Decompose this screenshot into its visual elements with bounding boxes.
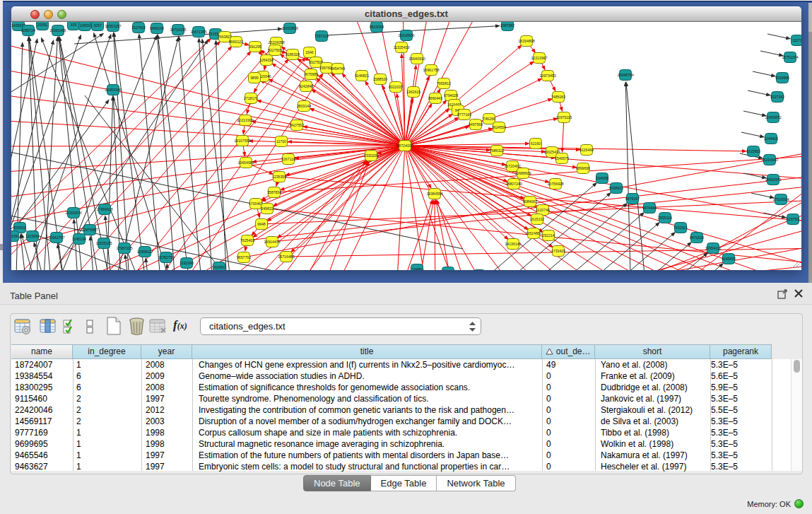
svg-text:8660123: 8660123 [229,40,243,44]
svg-text:17359928: 17359928 [96,207,112,211]
svg-text:9227342: 9227342 [770,95,784,99]
svg-text:9115460: 9115460 [579,148,594,152]
svg-text:16671355: 16671355 [190,30,206,34]
svg-text:391295: 391295 [249,45,261,49]
svg-text:10719155: 10719155 [170,28,186,32]
svg-text:1115682: 1115682 [25,234,40,238]
svg-text:1145134: 1145134 [72,237,86,241]
svg-text:3267110: 3267110 [281,157,295,161]
svg-text:8990443: 8990443 [428,96,442,100]
svg-text:12213309: 12213309 [237,118,253,122]
svg-text:7485063: 7485063 [551,95,565,99]
svg-text:105: 105 [71,23,77,27]
svg-text:16489: 16489 [412,267,423,270]
svg-text:8186328: 8186328 [286,52,300,57]
svg-text:1244415: 1244415 [764,136,778,141]
svg-text:2055724: 2055724 [21,28,35,33]
svg-text:3624554: 3624554 [492,125,506,129]
svg-text:9327505: 9327505 [268,48,282,52]
svg-text:10756928: 10756928 [547,182,563,186]
svg-text:9474444: 9474444 [642,206,657,210]
svg-text:20053346: 20053346 [105,88,121,92]
svg-text:7625402: 7625402 [240,238,254,243]
svg-text:9084067: 9084067 [523,199,537,204]
svg-text:6899695: 6899695 [576,166,590,170]
svg-text:1588520: 1588520 [373,77,387,81]
svg-text:10653: 10653 [80,23,90,28]
svg-text:8427552: 8427552 [290,123,304,127]
svg-text:10688609: 10688609 [514,171,531,175]
svg-text:3587834: 3587834 [267,190,281,194]
svg-text:16154808: 16154808 [518,39,534,43]
svg-text:39159: 39159 [11,234,18,238]
svg-text:7986322: 7986322 [490,148,504,153]
svg-text:7955812: 7955812 [437,81,451,86]
svg-text:1054338: 1054338 [259,58,273,62]
svg-text:746266: 746266 [483,117,495,121]
svg-text:6497568: 6497568 [469,122,483,127]
svg-text:9146821: 9146821 [355,74,369,78]
svg-text:1733426: 1733426 [551,249,565,253]
svg-text:18807249: 18807249 [505,182,522,186]
svg-text:2803144: 2803144 [297,104,311,108]
svg-text:10553257: 10553257 [105,24,121,28]
svg-text:116753: 116753 [787,217,799,221]
svg-text:10973493: 10973493 [539,74,555,78]
svg-text:10975887: 10975887 [81,228,98,232]
svg-text:11325419: 11325419 [394,45,410,49]
svg-text:9948: 9948 [257,222,266,226]
svg-text:6879197: 6879197 [625,197,640,201]
svg-text:9899: 9899 [250,76,259,80]
svg-text:5938923: 5938923 [609,186,623,190]
svg-text:10782759: 10782759 [158,255,174,259]
svg-text:3675685: 3675685 [304,72,318,76]
svg-text:2718170: 2718170 [244,96,258,100]
svg-text:16914479: 16914479 [264,240,280,244]
svg-text:9329996: 9329996 [775,76,789,80]
svg-text:16033809: 16033809 [281,26,298,30]
svg-text:9777169: 9777169 [457,112,471,117]
svg-text:19384554: 19384554 [426,192,442,196]
svg-text:8215953: 8215953 [746,149,760,153]
svg-text:62160: 62160 [531,141,541,146]
svg-text:17957225: 17957225 [116,246,132,250]
svg-text:1700467: 1700467 [249,201,263,206]
svg-text:20091406: 20091406 [49,28,66,33]
svg-text:15716485: 15716485 [278,255,294,259]
svg-text:833501: 833501 [13,226,25,230]
svg-text:8471626: 8471626 [690,235,704,240]
svg-text:164095: 164095 [596,176,608,180]
svg-text:16107553: 16107553 [234,139,250,143]
svg-text:12213967: 12213967 [531,56,547,60]
svg-text:15751074: 15751074 [782,55,798,59]
svg-text:2935114: 2935114 [658,216,672,220]
svg-text:549822: 549822 [261,206,273,211]
svg-text:1546: 1546 [305,50,314,54]
svg-text:8813054: 8813054 [370,25,384,29]
svg-text:8454749: 8454749 [331,66,345,71]
svg-text:23226058: 23226058 [268,40,284,45]
svg-text:17016504: 17016504 [772,197,789,201]
svg-text:9657791: 9657791 [237,255,251,259]
svg-text:9242848: 9242848 [299,84,313,88]
svg-text:1235359: 1235359 [272,175,286,179]
svg-text:16210643: 16210643 [761,158,777,162]
svg-text:10958117: 10958117 [137,250,153,254]
svg-text:15720407: 15720407 [504,164,520,168]
svg-text:15692971: 15692971 [765,177,781,182]
svg-text:3257: 3257 [93,23,102,28]
svg-text:6794028: 6794028 [444,93,458,98]
svg-text:9245652: 9245652 [722,257,736,261]
svg-text:252214: 252214 [542,233,554,238]
svg-text:1362615: 1362615 [406,90,420,94]
svg-text:1120746: 1120746 [536,208,550,212]
svg-text:2330205: 2330205 [364,153,378,158]
svg-text:7632621: 7632621 [673,226,688,230]
svg-text:13524861: 13524861 [525,231,541,235]
svg-text:7663822: 7663822 [218,35,232,39]
svg-text:6466160: 6466160 [150,26,164,30]
svg-text:92450: 92450 [214,265,225,269]
svg-text:1292346: 1292346 [180,261,194,265]
svg-text:16648794: 16648794 [617,73,633,77]
svg-text:20206576: 20206576 [65,211,81,215]
